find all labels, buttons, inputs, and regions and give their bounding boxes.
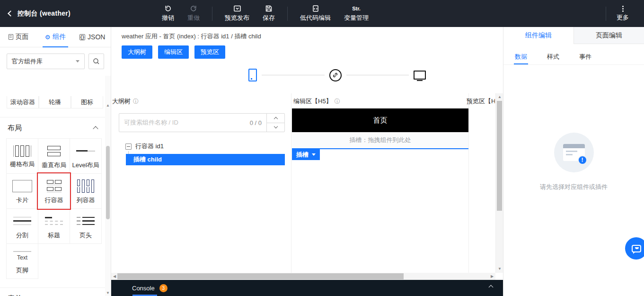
search-next-button[interactable] — [267, 123, 284, 132]
page-title: 首页 — [292, 108, 468, 132]
component-row-partial: 滚动容器 轮播 图标 — [0, 96, 105, 108]
tab-page-label: 页面 — [16, 33, 29, 41]
tab-page-edit[interactable]: 页面编辑 — [573, 27, 644, 44]
info-icon[interactable]: ⓘ — [133, 98, 139, 106]
tab-component-label: 组件 — [53, 33, 66, 41]
section-layout-header[interactable]: 布局 — [0, 117, 105, 138]
edit-area-button[interactable]: 编辑区 — [158, 45, 189, 59]
sidebar-scrollbar[interactable]: ▲ ▼ — [105, 76, 111, 296]
scrollbar-thumb[interactable] — [117, 273, 404, 279]
scrollbar-thumb[interactable] — [106, 146, 110, 219]
desktop-device-icon[interactable] — [414, 71, 426, 80]
more-label: 更多 — [617, 13, 629, 22]
search-result-count: 0 / 0 — [250, 119, 262, 126]
info-icon[interactable]: ⓘ — [335, 98, 340, 106]
outline-tree-panel: 大纲树 ⓘ 可搜索组件名称 / ID 0 / 0 — [111, 93, 291, 273]
library-select[interactable]: 官方组件库 — [7, 54, 85, 69]
subtab-event[interactable]: 事件 — [579, 53, 591, 64]
section-form-header[interactable]: 表单 — [0, 288, 105, 296]
component-scroll-container[interactable]: 滚动容器 — [7, 96, 39, 108]
section-form-title: 表单 — [8, 294, 22, 296]
scroll-up-icon[interactable]: ▲ — [105, 103, 111, 108]
component-carousel[interactable]: 轮播 — [39, 96, 71, 108]
lowcode-edit-button[interactable]: 低代码编辑 — [294, 3, 336, 24]
inspector-tabs: 组件编辑 页面编辑 — [503, 27, 644, 44]
preview-publish-icon — [233, 5, 241, 12]
component-vertical-layout[interactable]: 垂直布局 — [38, 138, 70, 174]
outline-tree-button[interactable]: 大纲树 — [122, 45, 152, 59]
toolbar-divider — [606, 7, 606, 21]
preview-panel — [468, 93, 495, 273]
tree-node-row-container[interactable]: 行容器 id1 — [111, 141, 291, 152]
scrollbar-thumb[interactable] — [497, 101, 502, 211]
scroll-down-icon[interactable]: ▼ — [496, 266, 503, 272]
phone-device-icon[interactable] — [248, 69, 257, 81]
chat-icon — [632, 245, 641, 252]
link-device-icon[interactable] — [329, 69, 342, 81]
save-button[interactable]: 保存 — [257, 3, 281, 24]
component-card[interactable]: 卡片 — [6, 173, 38, 209]
variable-manage-button[interactable]: Str. 变量管理 — [338, 3, 374, 24]
console-bar[interactable]: Console 3 — [111, 280, 503, 296]
component-page-header[interactable]: 页头 — [70, 208, 102, 244]
component-title[interactable]: 标题 — [38, 208, 70, 244]
redo-icon — [190, 5, 197, 12]
toolbar-divider — [212, 7, 212, 21]
canvas-horizontal-scrollbar[interactable]: ◀ ▶ — [111, 273, 495, 280]
component-level-layout[interactable]: Level布局 — [70, 138, 102, 174]
scroll-left-icon[interactable]: ◀ — [111, 273, 118, 280]
tab-component-edit[interactable]: 组件编辑 — [503, 27, 573, 44]
column-container-icon — [77, 179, 94, 193]
tree-node-slot-child[interactable]: 插槽 child — [126, 154, 285, 165]
grid-layout-icon — [13, 145, 31, 157]
search-prev-button[interactable] — [267, 114, 284, 123]
undo-button[interactable]: 撤销 — [156, 3, 180, 24]
component-tree: 行容器 id1 插槽 child — [111, 141, 291, 165]
save-icon — [265, 5, 273, 12]
outline-search-input[interactable]: 可搜索组件名称 / ID 0 / 0 — [119, 114, 266, 132]
breadcrumb: weather 应用 - 首页 (index) : 行容器 id1 / 插槽 c… — [111, 27, 503, 41]
chevron-down-icon — [76, 60, 79, 63]
collapse-icon[interactable] — [125, 144, 132, 150]
preview-area-button[interactable]: 预览区 — [194, 45, 225, 59]
subtab-data[interactable]: 数据 — [515, 53, 527, 64]
inspector-empty-state: ! 请先选择对应组件或插件 — [503, 133, 644, 191]
component-page-footer[interactable]: Text 页脚 — [6, 243, 38, 279]
device-switcher — [248, 69, 426, 81]
console-count-badge: 3 — [159, 284, 168, 292]
sidebar-tabs: 页面 ⚙ 组件 {} JSON — [0, 27, 111, 47]
slot-drop-zone[interactable]: 插槽：拖拽组件到此处 — [292, 132, 468, 149]
tab-json[interactable]: {} JSON — [74, 27, 111, 47]
preview-area-title: 预览区【H — [467, 97, 495, 106]
scroll-right-icon[interactable]: ▶ — [489, 273, 495, 280]
slot-tag[interactable]: 插槽 — [292, 149, 320, 160]
tree-node-label: 行容器 id1 — [135, 142, 164, 151]
redo-button[interactable]: 重做 — [182, 3, 205, 24]
tree-node-label: 插槽 child — [133, 155, 162, 164]
component-column-container[interactable]: 列容器 — [70, 173, 102, 209]
scroll-up-icon[interactable]: ▲ — [496, 94, 503, 100]
inspector-panel: 组件编辑 页面编辑 数据 样式 事件 ! 请先选择对应组件或插件 — [503, 27, 644, 296]
app-title: 控制台 (weather) — [18, 9, 71, 18]
tab-page[interactable]: 页面 — [0, 27, 37, 47]
outline-tree-title: 大纲树 — [112, 97, 131, 106]
back-nav[interactable]: 控制台 (weather) — [0, 9, 156, 18]
canvas-vertical-scrollbar[interactable]: ▲ ▼ — [495, 93, 503, 273]
more-button[interactable]: 更多 — [611, 3, 635, 24]
preview-publish-button[interactable]: 预览发布 — [219, 3, 255, 24]
component-grid-layout[interactable]: 栅格布局 — [6, 138, 38, 174]
scroll-down-icon[interactable]: ▼ — [105, 290, 111, 296]
component-icon-item[interactable]: 图标 — [71, 96, 103, 108]
workspace: weather 应用 - 首页 (index) : 行容器 id1 / 插槽 c… — [111, 27, 503, 296]
chat-fab-button[interactable] — [625, 237, 644, 260]
search-placeholder: 可搜索组件名称 / ID — [124, 118, 178, 127]
component-divider[interactable]: 分割 — [6, 208, 38, 244]
console-label: Console — [132, 285, 155, 292]
tab-component[interactable]: ⚙ 组件 — [37, 27, 74, 47]
subtab-style[interactable]: 样式 — [547, 53, 559, 64]
component-row-container[interactable]: 行容器 — [38, 173, 70, 209]
console-expand-icon[interactable] — [489, 285, 494, 290]
component-search-button[interactable] — [88, 54, 104, 69]
slot-hint-text: 插槽：拖拽组件到此处 — [350, 136, 411, 144]
divider-icon — [13, 215, 31, 228]
